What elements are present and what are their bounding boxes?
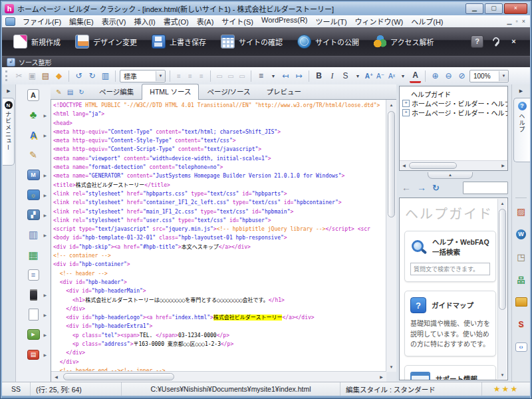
font-larger-icon[interactable]: A⁺ [364,70,374,82]
help-tab[interactable]: ? ヘルプ [513,98,530,162]
tree-scroll-thumb[interactable] [409,162,457,169]
maximize-button[interactable]: ▢ [485,3,503,14]
font-size-dropdown-icon[interactable]: ▼ [398,70,408,82]
tree-root-item[interactable]: ヘルプガイド [402,89,506,98]
toolbar-grip[interactable] [5,70,9,81]
italic-button[interactable]: I [327,70,338,82]
editor-tab[interactable]: ページ編集 [91,84,142,99]
guide-map-card[interactable]: ? ガイドマップ 基礎知識や機能、使い方を説明しています。使い始めの方に特におす… [404,291,496,356]
forward-icon[interactable]: → [417,183,426,192]
list-icon[interactable]: ≡ [255,70,267,82]
expand-right-icon[interactable]: ▶ [517,86,525,95]
source-format-button[interactable]: ソース整形 [19,57,52,67]
menu-item[interactable]: ツール(T) [312,15,351,27]
strike-button[interactable]: S [340,70,351,82]
code-view-icon[interactable]: ‹› [515,341,527,353]
zoom-reset-icon[interactable]: ⊘ [456,70,467,82]
scroll-right-icon[interactable]: ▶ [499,161,507,170]
material-icon[interactable]: ♣▶ [25,108,42,122]
list-parts-icon[interactable]: ≡ [25,267,42,282]
paragraph-style-select[interactable]: 標準 ▼ [120,70,166,82]
new-button[interactable]: 新規作成 [6,31,68,52]
scroll-up-icon[interactable]: ▲ [498,199,507,207]
mobile-icon[interactable]: ▶ [25,287,42,302]
menu-item[interactable]: 編集(E) [65,15,98,27]
question-search-input[interactable]: 質問文で検索できます。 [410,263,490,275]
text-icon[interactable]: A [25,88,42,102]
vertical-scroll-thumb[interactable] [388,111,395,217]
strike-dropdown-icon[interactable]: ▼ [353,70,362,82]
guide-scrollbar[interactable]: ▲ ▼ [497,199,507,379]
menu-item[interactable]: 挿入(I) [130,15,159,27]
save-button[interactable]: 上書き保存 [144,31,213,52]
vertical-scrollbar[interactable]: ▲ ▼ [386,100,396,372]
editor-tab[interactable]: ページ/ソース [199,84,258,99]
zoom-out-icon[interactable]: ⊖ [443,70,454,82]
menu-item[interactable]: 書式(O) [160,15,193,27]
menu-item[interactable]: ウィンドウ(W) [351,15,408,27]
design-button[interactable]: デザイン変更 [68,31,144,52]
toolbar-close-button[interactable]: × [508,36,519,47]
wordpress-icon[interactable]: W [515,228,527,240]
expand-right-icon[interactable]: ▶ [5,86,13,95]
menu-item[interactable]: 表(A) [193,15,218,27]
help-webfaq-search-card[interactable]: ヘルプ・WebFAQ 一括検索 質問文で検索できます。 [404,231,496,282]
sitemap-icon[interactable]: 品 [515,273,527,285]
menu-item[interactable]: 表示(V) [98,15,130,27]
scroll-right-icon[interactable]: ▶ [376,372,386,382]
minimize-button[interactable]: ▁ [466,3,483,14]
page-icon[interactable]: ▶ [25,307,42,322]
scroll-up-icon[interactable]: ▲ [386,100,396,110]
folder-icon[interactable]: ▰ [515,296,527,308]
expand-plus-icon[interactable]: + [402,109,410,116]
guide-scroll-thumb[interactable] [499,209,506,310]
undo-icon[interactable]: ↺ [73,70,84,82]
collapse-handle[interactable]: ▲ [428,172,473,179]
mdi-close-button[interactable]: × [522,18,525,25]
menu-item[interactable]: ヘルプ(H) [407,15,447,27]
indent-decrease-icon[interactable]: ↤ [280,70,291,82]
photo-icon[interactable]: ☼▶ [25,188,42,202]
layout-icon[interactable]: ▥▶ [25,227,42,242]
redo-icon[interactable]: ↻ [86,70,98,82]
bold-button[interactable]: B [313,70,325,82]
indent-increase-icon[interactable]: ↦ [293,70,305,82]
mdi-restore-button[interactable]: ▫ [516,18,518,25]
photo-frame-icon[interactable]: M▶ [25,168,42,182]
format-painter-icon[interactable]: ◆ [53,70,65,82]
analytics-button[interactable]: アクセス解析 [366,32,441,51]
nav-menu-tab[interactable]: N ナビメニュー [3,98,15,166]
editor-tab[interactable]: プレビュー [259,84,310,99]
mdi-minimize-button[interactable]: ▁ [507,18,512,25]
video-icon[interactable]: ▶▶ [25,327,42,342]
horizontal-scroll-thumb[interactable] [63,373,174,380]
expand-plus-icon[interactable]: + [402,100,410,107]
pages-icon[interactable]: ▤ [66,88,74,96]
scroll-left-icon[interactable]: ◀ [400,161,408,170]
image-edit-icon[interactable]: ▞▶ [25,207,42,222]
zoom-in-icon[interactable]: ⊕ [430,70,441,82]
list-dropdown-icon[interactable]: ▼ [269,70,278,82]
scroll-down-icon[interactable]: ▼ [498,370,507,379]
support-info-card[interactable]: サポート情報 サポート情報のFAQの [404,365,496,380]
table-icon[interactable]: ▦ [25,247,42,262]
refresh-icon[interactable]: ↻ [432,184,440,192]
editor-tab[interactable]: HTML ソース [142,84,199,100]
cart-icon[interactable]: ▤▶ [25,347,42,362]
style-edit-icon[interactable]: S [515,319,527,331]
menu-item[interactable]: WordPress(R) [257,15,311,27]
close-button[interactable]: × [504,3,527,14]
scroll-down-icon[interactable]: ▼ [386,362,396,372]
pen-icon[interactable]: ✎ [25,148,42,162]
image-tool-icon[interactable]: ▨ [515,205,527,217]
html-source-view[interactable]: <!DOCTYPE HTML PUBLIC "-//W3C//DTD HTML … [51,100,396,382]
wordart-icon[interactable]: A▶ [25,128,42,142]
pen-tool-icon[interactable]: ✎ [55,88,63,96]
paste-icon[interactable]: ▤ [40,70,51,82]
help-search-input[interactable] [463,182,508,194]
tree-item[interactable]: +ホームページ・ビルダー・ヘルプ(目次) [402,98,506,108]
scroll-left-icon[interactable]: ◀ [51,372,61,382]
horizontal-scrollbar[interactable]: ◀ ▶ [51,371,386,382]
sync-icon[interactable]: ↻ [77,88,86,96]
back-icon[interactable]: ← [402,183,411,192]
